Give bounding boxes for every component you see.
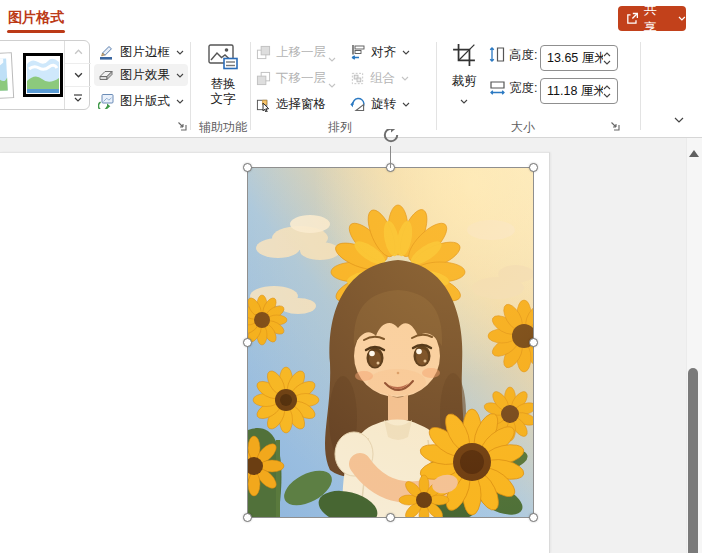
handle-top-left[interactable] [243,163,252,172]
height-label: 高度: [509,47,537,64]
vertical-scrollbar-thumb[interactable] [688,368,698,553]
gallery-scroll-down-button[interactable] [65,64,91,87]
picture-layout-button[interactable]: 图片版式 [94,90,188,112]
share-dropdown-chevron-icon[interactable] [678,16,686,21]
share-icon [626,12,639,25]
selected-picture[interactable] [248,168,534,518]
handle-top-right[interactable] [529,163,538,172]
picture-effects-label: 图片效果 [120,67,170,84]
group-label-accessibility: 辅助功能 [192,119,254,136]
send-backward-icon [256,71,271,86]
bring-forward-chevron-icon[interactable] [328,48,336,66]
height-steppers[interactable] [603,52,617,65]
group-separator [640,42,641,130]
height-spinbox [540,45,618,71]
picture-styles-dialog-launcher[interactable] [176,117,187,135]
group-label: 组合 [370,70,395,87]
tab-picture-format[interactable]: 图片格式 [8,9,64,27]
gallery-scroll-up-button[interactable] [65,41,91,64]
group-button[interactable]: 组合 [350,67,410,89]
height-step-up-icon [603,52,611,57]
picture-style-thumbnail-black-frame[interactable] [23,53,63,97]
align-icon [350,44,366,60]
handle-bottom-right[interactable] [529,513,538,522]
crop-button[interactable]: 裁剪 [442,40,486,118]
selection-pane-button[interactable]: 选择窗格 [256,93,344,115]
send-backward-chevron-icon[interactable] [328,74,336,92]
width-step-up-icon [603,85,611,90]
width-spinbox [540,78,618,104]
alt-text-label-line2: 文字 [196,92,250,107]
group-label-size: 大小 [495,119,551,136]
rotation-handle-line [390,146,391,168]
gallery-more-styles-button[interactable] [65,87,91,109]
send-backward-label: 下移一层 [276,70,326,87]
height-step-down-icon [603,60,611,65]
rotate-objects-icon [350,96,366,112]
rotate-handle-icon[interactable] [379,129,403,147]
alt-text-icon [208,44,238,70]
shape-width-icon [489,79,506,96]
share-button[interactable]: 共享 [618,6,686,31]
collapse-ribbon-chevron-icon [674,117,684,123]
handle-bottom-middle[interactable] [386,513,395,522]
align-label: 对齐 [371,44,396,61]
picture-border-icon [98,44,114,60]
width-label: 宽度: [509,80,537,97]
picture-border-label: 图片边框 [120,44,170,61]
scrollbar-up-arrow-icon[interactable] [689,143,699,161]
width-step-down-icon [603,93,611,98]
share-label: 共享 [644,1,669,37]
width-input[interactable] [541,84,603,98]
rotate-button[interactable]: 旋转 [350,93,410,115]
picture-effects-icon [98,67,114,83]
group-separator [436,42,437,130]
width-steppers[interactable] [603,85,617,98]
handle-middle-left[interactable] [243,338,252,347]
picture-layout-icon [98,93,114,109]
collapse-ribbon-button[interactable] [666,110,692,130]
crop-icon [452,43,476,67]
group-objects-icon [350,71,365,86]
picture-effects-button[interactable]: 图片效果 [94,64,188,86]
alt-text-label-line1: 替换 [196,77,250,92]
alt-text-button[interactable]: 替换 文字 [196,40,250,116]
bring-forward-icon [256,45,271,60]
gallery-scroll-controls [64,41,91,109]
picture-border-button[interactable]: 图片边框 [94,41,188,63]
ribbon: 图片边框 图片效果 图片版式 [0,36,702,137]
align-button[interactable]: 对齐 [350,41,410,63]
picture-style-thumbnail-partial[interactable] [0,52,14,100]
bring-forward-label: 上移一层 [276,44,326,61]
size-dialog-launcher[interactable] [609,117,620,135]
group-separator [250,42,251,130]
title-bar: 图片格式 共享 [0,0,702,36]
tab-active-underline [7,30,65,33]
rotate-label: 旋转 [371,96,396,113]
picture-layout-label: 图片版式 [120,93,170,110]
crop-label: 裁剪 [442,73,486,90]
handle-bottom-left[interactable] [243,513,252,522]
group-separator [190,42,191,130]
group-label-arrange: 排列 [310,119,370,136]
picture-styles-gallery [0,40,90,110]
selection-pane-label: 选择窗格 [276,96,326,113]
selection-pane-icon [256,97,271,112]
handle-middle-right[interactable] [529,338,538,347]
shape-height-icon [489,46,506,63]
document-canvas[interactable] [0,138,702,553]
height-input[interactable] [541,51,603,65]
